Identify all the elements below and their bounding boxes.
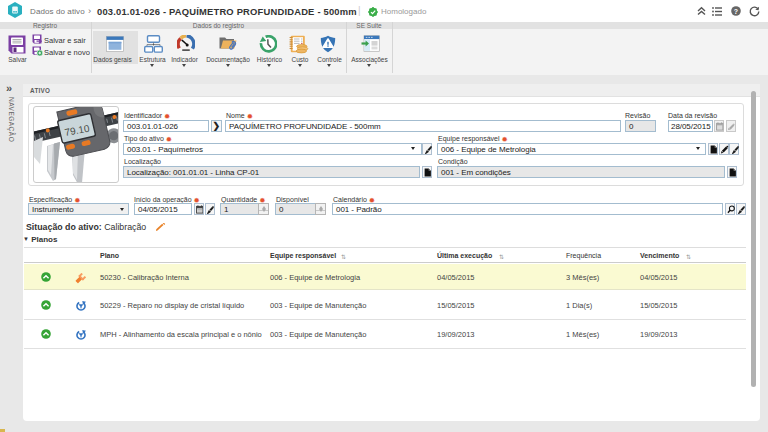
svg-text:?: ? bbox=[734, 8, 738, 15]
